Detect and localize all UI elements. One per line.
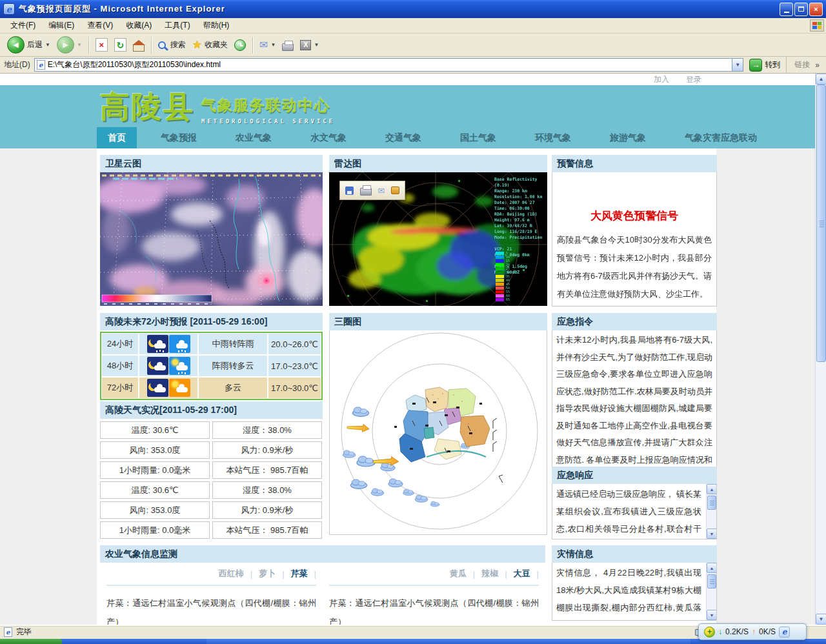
- refresh-button[interactable]: ↻: [111, 35, 130, 55]
- menu-favorites[interactable]: 收藏(A): [119, 17, 158, 34]
- history-icon: [234, 39, 246, 51]
- forward-icon: ▶: [57, 36, 74, 54]
- nav-item-7[interactable]: 旅游气象: [599, 127, 657, 148]
- satellite-image[interactable]: [100, 172, 323, 306]
- legend-color-swatch: [496, 294, 504, 297]
- radar-export-icon[interactable]: [391, 186, 399, 194]
- three-circle-map[interactable]: [329, 330, 547, 535]
- scroll-up-icon[interactable]: ▲: [707, 484, 717, 494]
- menu-view[interactable]: 查看(V): [81, 17, 119, 34]
- address-input[interactable]: e E:\气象台\原型20110530\原型20110530\index.htm…: [34, 58, 744, 72]
- response-scrollbar[interactable]: ▲ ▼: [706, 484, 716, 539]
- live-cell-5: 本站气压： 985.7百帕: [212, 461, 322, 479]
- live-cell-6: 温度: 30.6℃: [100, 481, 210, 499]
- scroll-thumb[interactable]: [707, 574, 716, 589]
- minimize-button[interactable]: [780, 3, 793, 16]
- favorites-button[interactable]: ★ 收藏夹: [189, 35, 231, 55]
- legend-value: 20: [506, 263, 510, 267]
- legend-value: 40: [506, 279, 510, 282]
- links-chevron-icon[interactable]: »: [815, 61, 820, 70]
- history-button[interactable]: [231, 35, 249, 55]
- nav-item-6[interactable]: 环境气象: [524, 127, 582, 148]
- sun-glyph: [172, 359, 178, 365]
- scroll-down-icon[interactable]: ▼: [707, 610, 717, 620]
- radar-info-line: Mode: Precipitation: [494, 235, 546, 241]
- scroll-thumb[interactable]: [707, 496, 716, 510]
- menu-help[interactable]: 帮助(H): [197, 17, 236, 34]
- raindrops-glyph: [181, 350, 183, 352]
- net-speed-widget[interactable]: ↓ 0.2K/S ↑ 0K/S e: [698, 623, 807, 640]
- radar-print-icon[interactable]: [360, 188, 372, 196]
- nav-item-2[interactable]: 农业气象: [225, 127, 283, 148]
- mail-button[interactable]: ✉ ▼: [256, 35, 279, 55]
- radar-image[interactable]: ✉ Base Reflectivity(0.19)Range: 230 kmRe…: [329, 172, 547, 306]
- mail-icon: ✉: [259, 39, 268, 51]
- sun-glyph: [172, 381, 178, 387]
- scroll-down-icon[interactable]: ▼: [816, 614, 826, 625]
- agri-tab-right-2[interactable]: 大豆: [514, 568, 530, 579]
- address-value: E:\气象台\原型20110530\原型20110530\index.html: [48, 59, 221, 70]
- close-button[interactable]: ×: [809, 3, 823, 16]
- taskbar-window-group[interactable]: [206, 639, 690, 644]
- radar-mail-icon[interactable]: ✉: [378, 186, 385, 196]
- nav-item-8[interactable]: 气象灾害应急联动: [674, 127, 768, 148]
- home-button[interactable]: [130, 35, 148, 55]
- agri-tab-left-1[interactable]: 萝卜: [259, 568, 276, 579]
- agri-tab-left-2[interactable]: 芹菜: [291, 568, 308, 579]
- address-dropdown-icon[interactable]: ▼: [732, 59, 743, 71]
- forecast-row-2: 72小时多云17.0~30.0℃: [101, 377, 321, 399]
- ie-tray-icon[interactable]: e: [779, 627, 790, 638]
- three-circle-panel: 三圈图: [329, 313, 547, 535]
- cloud-glyph: [176, 387, 188, 392]
- scroll-up-icon[interactable]: ▲: [816, 74, 826, 85]
- nav-item-1[interactable]: 气象预报: [150, 127, 208, 148]
- legend-value: 15: [506, 259, 510, 263]
- radar-info-line: Base Reflectivity: [494, 177, 546, 183]
- scroll-down-icon[interactable]: ▼: [707, 528, 717, 539]
- agri-tab-right-0[interactable]: 黄瓜: [450, 568, 467, 579]
- site-header: 高陵县 气象服务联动中心 METEOROLOGICAL SERVICE 首页气象…: [0, 85, 815, 148]
- nav-item-3[interactable]: 水文气象: [299, 127, 358, 148]
- menu-edit[interactable]: 编辑(E): [42, 17, 81, 34]
- legend-value: 25: [506, 267, 510, 270]
- back-dropdown-icon[interactable]: ▼: [45, 42, 50, 48]
- print-button[interactable]: [279, 35, 297, 55]
- login-link[interactable]: 登录: [686, 74, 701, 85]
- search-button[interactable]: 搜索: [155, 35, 189, 55]
- legend-color-swatch: [496, 290, 504, 294]
- window-scrollbar[interactable]: ▲ ▼: [815, 74, 826, 625]
- scroll-thumb[interactable]: [816, 85, 826, 362]
- go-button[interactable]: → 转到: [749, 59, 780, 72]
- scroll-up-icon[interactable]: ▲: [707, 563, 717, 573]
- print-icon: [282, 43, 294, 51]
- stop-button[interactable]: ×: [92, 35, 111, 55]
- tab-separator: |: [505, 569, 507, 579]
- legend-value: 50: [506, 287, 510, 290]
- menu-tools[interactable]: 工具(T): [158, 17, 196, 34]
- tab-separator: |: [282, 569, 284, 579]
- agri-tab-left-0[interactable]: 西红柿: [219, 568, 244, 579]
- maximize-button[interactable]: [794, 3, 808, 16]
- live-cell-2: 风向: 353.0度: [100, 441, 210, 459]
- live-weather-panel: 高陵天气实况[2011-05-29 17:00] 温度: 30.6℃湿度：38.…: [100, 401, 323, 539]
- ie-window: e 气象预报页面原型 - Microsoft Internet Explorer…: [0, 0, 826, 644]
- start-button[interactable]: [0, 639, 62, 644]
- antivirus-icon[interactable]: [704, 627, 715, 638]
- agri-tab-right-1[interactable]: 辣椒: [481, 568, 498, 579]
- status-text: 完毕: [16, 627, 32, 638]
- nav-item-5[interactable]: 国土气象: [449, 127, 507, 148]
- agri-left-column: 西红柿|萝卜|芹菜| 芹菜：通远仁村温室小气候观测点（四代棚/棚膜：锦州产）: [106, 563, 316, 625]
- disaster-scrollbar[interactable]: ▲ ▼: [706, 563, 716, 620]
- radar-save-icon[interactable]: [345, 186, 354, 195]
- forecast-temp: 20.0~26.0℃: [268, 333, 321, 355]
- back-button[interactable]: ◀ 后退 ▼: [4, 35, 54, 55]
- nav-item-0[interactable]: 首页: [97, 127, 137, 148]
- menu-file[interactable]: 文件(F): [4, 17, 42, 34]
- forward-button[interactable]: ▶ ▼: [54, 35, 85, 55]
- join-link[interactable]: 加入: [654, 74, 669, 85]
- links-label[interactable]: 链接: [786, 57, 815, 73]
- nav-item-4[interactable]: 交通气象: [374, 127, 432, 148]
- stop-icon: ×: [96, 38, 108, 52]
- edit-button[interactable]: X ▼: [297, 35, 322, 55]
- live-cell-10: 1小时雨量: 0.0毫米: [100, 521, 210, 539]
